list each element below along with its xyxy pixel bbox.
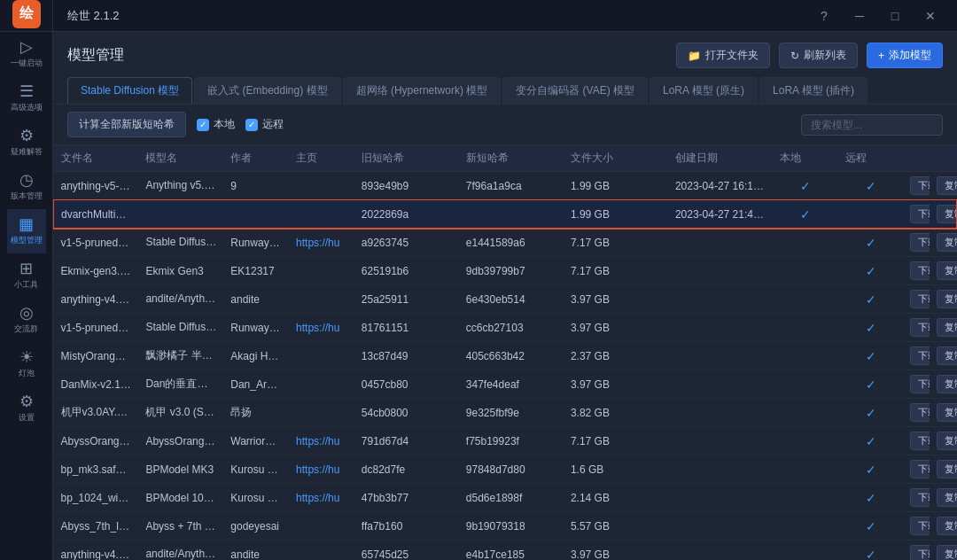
copy-link-button[interactable]: 复制链接 <box>937 488 957 507</box>
refresh-button[interactable]: ↻ 刷新列表 <box>779 43 858 68</box>
sidebar-item-version[interactable]: ◷ 版本管理 <box>7 165 46 209</box>
table-row: DanMix-v2.1.safetensolDan的垂直吧融 v2.1 (SaD… <box>54 370 957 399</box>
download-button[interactable]: 下载 <box>910 176 930 195</box>
copy-link-button[interactable]: 复制链接 <box>937 318 957 337</box>
copy-link-button[interactable]: 复制链接 <box>937 261 957 280</box>
page-title: 模型管理 <box>67 46 124 65</box>
table-row: bp_mk3.safetensorsBPModel MK3Kurosu Chan… <box>54 455 957 484</box>
download-cell: 下载 <box>903 427 930 455</box>
table-cell: 81761151 <box>354 314 459 342</box>
close-btn[interactable]: ✕ <box>918 4 943 28</box>
table-cell: Ekmix-gen3.ckpt <box>54 257 139 285</box>
sidebar-item-community[interactable]: ◎ 交流群 <box>7 298 46 342</box>
remote-checkmark: ✓ <box>845 321 897 335</box>
sidebar-item-models[interactable]: ▦ 模型管理 <box>7 209 46 253</box>
models-table: 文件名模型名作者主页旧短哈希新短哈希文件大小创建日期本地远程 anything-… <box>53 145 957 560</box>
download-button[interactable]: 下载 <box>910 346 930 365</box>
homepage-link[interactable]: https://hu <box>296 463 339 476</box>
table-row: anything-v5-PrtRE.safeAnything v5.0 (PRT… <box>54 172 957 200</box>
copy-link-button[interactable]: 复制链接 <box>937 517 957 535</box>
download-button[interactable]: 下载 <box>910 375 930 393</box>
table-cell: 54cb0800 <box>354 399 459 427</box>
app-title: 绘世 2.1.2 <box>67 8 120 24</box>
copy-link-cell: 复制链接 <box>930 314 957 342</box>
download-button[interactable]: 下载 <box>910 545 930 560</box>
download-button[interactable]: 下载 <box>910 488 930 507</box>
download-cell: 下载 <box>903 314 930 342</box>
copy-link-button[interactable]: 复制链接 <box>937 545 957 560</box>
copy-link-cell: 复制链接 <box>930 172 957 200</box>
table-container[interactable]: 文件名模型名作者主页旧短哈希新短哈希文件大小创建日期本地远程 anything-… <box>53 145 957 560</box>
table-cell: anything-v4.5-pruned.s <box>54 285 139 314</box>
remote-label: 远程 <box>262 117 284 132</box>
table-cell <box>668 427 773 455</box>
th-date: 创建日期 <box>668 145 773 172</box>
sidebar-item-tips[interactable]: ☀ 灯泡 <box>7 342 46 386</box>
table-row: anything-v4.5-pruned.sandite/Anything v4… <box>54 285 957 314</box>
remote-filter-group: ✓ 远程 <box>245 117 284 132</box>
copy-link-button[interactable]: 复制链接 <box>937 176 957 195</box>
download-button[interactable]: 下载 <box>910 403 930 422</box>
sidebar-item-tools[interactable]: ⊞ 小工具 <box>7 253 46 298</box>
download-button[interactable]: 下载 <box>910 517 930 535</box>
remote-checkbox-wrapper[interactable]: ✓ 远程 <box>245 117 284 132</box>
homepage-link[interactable]: https://hu <box>296 237 339 249</box>
sidebar-item-settings[interactable]: ⚙ 设置 <box>7 386 46 431</box>
remote-checkmark: ✓ <box>845 179 897 193</box>
question-btn[interactable]: ? <box>812 4 836 28</box>
table-cell: e1441589a6 <box>459 229 564 257</box>
homepage-link[interactable]: https://hu <box>296 435 339 447</box>
download-cell: 下载 <box>903 541 930 561</box>
table-cell: 2.37 GB <box>564 342 668 370</box>
tab-embedding[interactable]: 嵌入式 (Embedding) 模型 <box>194 77 340 104</box>
local-check: ✓ <box>773 200 838 229</box>
tab-lora-plugin[interactable]: LoRA 模型 (插件) <box>759 77 868 104</box>
minimize-btn[interactable]: ─ <box>847 4 872 28</box>
table-cell: 7f96a1a9ca <box>459 172 564 200</box>
copy-link-button[interactable]: 复制链接 <box>937 205 957 223</box>
search-input[interactable] <box>801 114 943 136</box>
copy-link-button[interactable]: 复制链接 <box>937 460 957 478</box>
download-button[interactable]: 下载 <box>910 460 930 478</box>
homepage-link[interactable]: https://hu <box>296 492 339 504</box>
open-folder-label: 打开文件夹 <box>705 48 759 63</box>
copy-link-button[interactable]: 复制链接 <box>937 346 957 365</box>
maximize-btn[interactable]: □ <box>883 4 907 28</box>
compute-hash-button[interactable]: 计算全部新版短哈希 <box>67 112 186 137</box>
homepage-link[interactable]: https://hu <box>296 322 339 334</box>
sidebar-label-community: 交流群 <box>14 323 38 335</box>
copy-link-button[interactable]: 复制链接 <box>937 432 957 450</box>
tab-hypernetwork[interactable]: 超网络 (Hypernetwork) 模型 <box>343 77 502 104</box>
tab-lora-original[interactable]: LoRA 模型 (原生) <box>650 77 758 104</box>
copy-link-button[interactable]: 复制链接 <box>937 375 957 393</box>
download-button[interactable]: 下载 <box>910 261 930 280</box>
table-cell: Stable Diffusion v1.5 剪 <box>138 314 223 342</box>
download-button[interactable]: 下载 <box>910 432 930 450</box>
sidebar-item-troubleshoot[interactable]: ⚙ 疑难解答 <box>7 121 46 165</box>
table-cell: 6e430eb514 <box>459 285 564 314</box>
sidebar-item-advanced[interactable]: ☰ 高级选项 <box>7 76 46 121</box>
download-button[interactable]: 下载 <box>910 318 930 337</box>
open-folder-button[interactable]: 📁 打开文件夹 <box>676 43 770 68</box>
tab-stable-diffusion[interactable]: Stable Diffusion 模型 <box>67 77 192 104</box>
content-title-row: 模型管理 📁 打开文件夹 ↻ 刷新列表 + 添加模型 <box>67 43 943 68</box>
download-cell: 下载 <box>903 229 930 257</box>
copy-link-button[interactable]: 复制链接 <box>937 233 957 252</box>
sidebar-icon-tips: ☀ <box>19 349 34 365</box>
copy-link-cell: 复制链接 <box>930 370 957 399</box>
remote-check: ✓ <box>838 484 904 512</box>
download-button[interactable]: 下载 <box>910 233 930 252</box>
add-model-label: 添加模型 <box>889 48 931 63</box>
download-button[interactable]: 下载 <box>910 290 930 308</box>
tab-vae[interactable]: 变分自编码器 (VAE) 模型 <box>502 77 648 104</box>
local-checkbox[interactable]: ✓ <box>197 119 209 131</box>
download-button[interactable]: 下载 <box>910 205 930 223</box>
local-checkbox-wrapper[interactable]: ✓ 本地 <box>197 117 235 132</box>
table-cell <box>668 541 773 561</box>
copy-link-button[interactable]: 复制链接 <box>937 403 957 422</box>
remote-checkbox[interactable]: ✓ <box>245 119 258 131</box>
sidebar-item-start[interactable]: ▷ 一键启动 <box>7 32 46 76</box>
copy-link-button[interactable]: 复制链接 <box>937 290 957 308</box>
table-cell <box>668 257 773 285</box>
add-model-button[interactable]: + 添加模型 <box>867 43 943 68</box>
